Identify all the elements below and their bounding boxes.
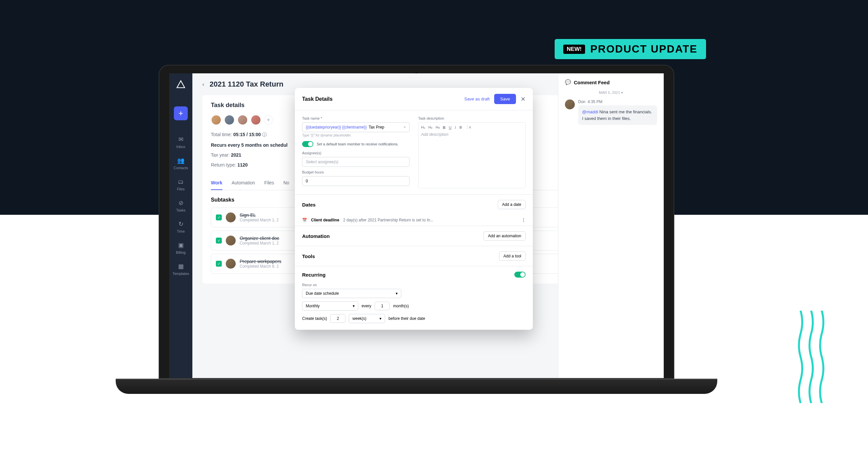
- avatar: [226, 213, 236, 222]
- save-draft-button[interactable]: Save as draft: [464, 96, 490, 101]
- nav-tasks[interactable]: ⊘Tasks: [169, 196, 192, 215]
- back-button[interactable]: ‹: [202, 81, 204, 88]
- every-n-input[interactable]: [374, 302, 390, 310]
- avatar: [226, 236, 236, 246]
- create-n-input[interactable]: [330, 314, 345, 323]
- bold-icon[interactable]: B: [443, 126, 445, 130]
- add-button[interactable]: +: [174, 106, 188, 120]
- italic-icon[interactable]: I: [455, 126, 456, 130]
- create-unit-select[interactable]: week(s)▾: [349, 314, 385, 323]
- comment-icon: 💬: [565, 79, 571, 85]
- add-tool-button[interactable]: Add a tool: [499, 252, 526, 261]
- nav-templates[interactable]: ▦Templates: [169, 260, 192, 278]
- add-date-button[interactable]: Add a date: [498, 200, 526, 209]
- sidebar: + ✉Inbox 👥Contacts 🗂Files ⊘Tasks ↻Time ▣…: [169, 73, 192, 378]
- chevron-down-icon: ▾: [353, 304, 355, 308]
- description-editor[interactable]: H₁H₂H₃ BU I ≣⋮≡ Add description: [418, 122, 526, 188]
- frequency-select[interactable]: Monthly▾: [302, 301, 358, 311]
- close-icon[interactable]: ✕: [521, 96, 526, 103]
- product-update-badge: NEW! PRODUCT UPDATE: [555, 39, 706, 59]
- comment-feed: 💬Comment Feed MAR 5, 2021 ▾ Don 4:35 PM …: [558, 73, 664, 378]
- chevron-down-icon: ▾: [379, 316, 381, 321]
- h1-icon[interactable]: H₁: [421, 125, 425, 130]
- tab-notes[interactable]: No: [283, 176, 289, 190]
- notification-toggle[interactable]: [302, 141, 313, 147]
- number-list-icon[interactable]: ⋮≡: [465, 125, 471, 130]
- nav-inbox[interactable]: ✉Inbox: [169, 133, 192, 151]
- bullet-list-icon[interactable]: ≣: [459, 125, 462, 130]
- avatar[interactable]: [237, 115, 248, 125]
- nav-billing[interactable]: ▣Billing: [169, 238, 192, 257]
- page-title: 2021 1120 Tax Return: [210, 80, 283, 89]
- tab-files[interactable]: Files: [265, 176, 274, 190]
- modal-title: Task Details: [302, 96, 333, 102]
- more-icon[interactable]: ⋮: [522, 218, 526, 222]
- budget-input[interactable]: 0: [302, 176, 409, 186]
- h3-icon[interactable]: H₃: [436, 125, 440, 130]
- laptop-frame: + ✉Inbox 👥Contacts 🗂Files ⊘Tasks ↻Time ▣…: [159, 65, 674, 394]
- avatar: [565, 99, 575, 109]
- assignee-input[interactable]: Select assignee(s): [302, 157, 409, 167]
- schedule-select[interactable]: Due date schedule▾: [302, 289, 401, 298]
- tab-automation[interactable]: Automation: [232, 176, 255, 190]
- nav-files[interactable]: 🗂Files: [169, 175, 192, 194]
- chevron-down-icon: ▾: [396, 291, 398, 296]
- recurring-toggle[interactable]: [514, 272, 526, 278]
- calendar-icon: 📅: [302, 218, 307, 222]
- avatar[interactable]: [224, 115, 235, 125]
- avatar: [226, 259, 236, 269]
- nav-time[interactable]: ↻Time: [169, 218, 192, 236]
- task-name-input[interactable]: {{duedateprioryear}} {{clientname}} Tax …: [302, 122, 409, 132]
- nav-contacts[interactable]: 👥Contacts: [169, 154, 192, 172]
- logo-icon: [175, 79, 187, 91]
- checkbox-icon[interactable]: ✓: [216, 261, 222, 267]
- avatar[interactable]: [251, 115, 261, 125]
- tab-work[interactable]: Work: [211, 176, 222, 190]
- decorative-waves: [797, 311, 825, 403]
- date-row[interactable]: 📅 Client deadline 2 day(s) after 2021 Pa…: [295, 215, 533, 226]
- avatar[interactable]: [211, 115, 221, 125]
- underline-icon[interactable]: U: [449, 126, 452, 130]
- comment-body: @maddi Nina sent me the financials. I sa…: [578, 105, 657, 125]
- checkbox-icon[interactable]: ✓: [216, 237, 222, 243]
- add-assignee-button[interactable]: +: [264, 115, 273, 125]
- task-details-modal: Task Details Save as draft Save ✕ Task n…: [295, 88, 533, 330]
- checkbox-icon[interactable]: ✓: [216, 215, 222, 220]
- save-button[interactable]: Save: [494, 94, 516, 104]
- add-automation-button[interactable]: Add an automation: [484, 231, 526, 240]
- h2-icon[interactable]: H₂: [428, 125, 432, 130]
